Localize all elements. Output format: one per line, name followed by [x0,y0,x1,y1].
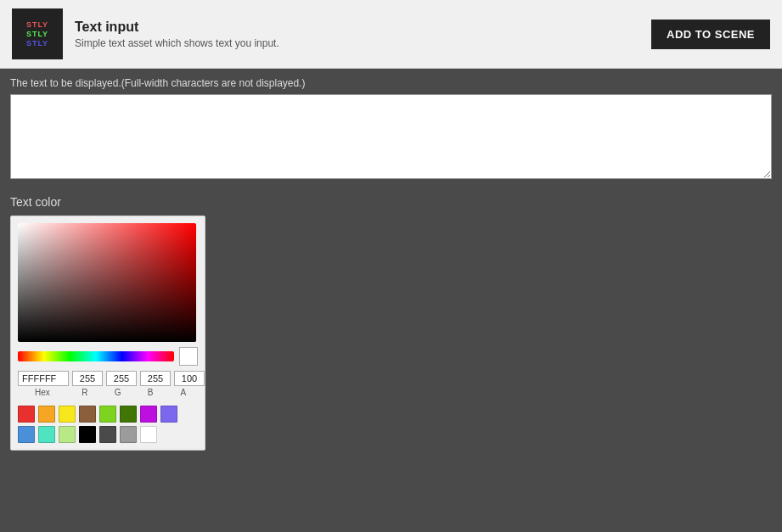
preset-swatch[interactable] [140,426,157,443]
preset-swatch[interactable] [79,426,96,443]
preset-swatch[interactable] [99,426,116,443]
preset-swatch[interactable] [18,406,35,423]
b-label: B [136,388,166,397]
g-label: G [103,388,132,397]
channel-labels: Hex R G B A [18,388,198,397]
b-input[interactable] [140,371,171,386]
preset-swatch[interactable] [120,426,137,443]
asset-info: Text input Simple text asset which shows… [75,20,279,49]
hue-bar-row [18,347,198,366]
preset-colors [18,406,198,443]
g-input[interactable] [106,371,137,386]
color-gradient-box[interactable] [18,223,196,342]
asset-icon: STLY STLY STLY [12,8,63,59]
r-label: R [70,388,100,397]
r-input[interactable] [72,371,103,386]
hex-input[interactable] [18,371,69,386]
icon-line-1: STLY [26,20,48,29]
text-color-label: Text color [10,195,772,209]
a-label: A [168,388,198,397]
asset-desc: Simple text asset which shows text you i… [75,37,279,49]
color-values-row [18,371,198,386]
text-input-field[interactable] [10,94,772,179]
preset-swatch[interactable] [18,426,35,443]
preset-row-1 [18,406,198,423]
asset-title: Text input [75,20,279,35]
preset-swatch[interactable] [59,406,76,423]
gradient-dark [18,223,196,342]
preset-swatch[interactable] [99,406,116,423]
content-area: The text to be displayed.(Full-width cha… [0,69,782,459]
header-left: STLY STLY STLY Text input Simple text as… [12,8,279,59]
preset-swatch[interactable] [160,406,177,423]
preset-swatch[interactable] [38,406,55,423]
preset-row-2 [18,426,198,443]
icon-line-2: STLY [26,30,48,38]
text-input-section: The text to be displayed.(Full-width cha… [10,77,772,182]
a-input[interactable] [174,371,205,386]
header-panel: STLY STLY STLY Text input Simple text as… [0,0,782,69]
text-section-label: The text to be displayed.(Full-width cha… [10,77,772,89]
preset-swatch[interactable] [79,406,96,423]
color-picker-panel: Hex R G B A [10,216,205,451]
color-swatch-preview[interactable] [179,347,198,366]
preset-swatch[interactable] [59,426,76,443]
preset-swatch[interactable] [120,406,137,423]
hue-bar[interactable] [18,351,174,361]
hex-label: Hex [18,388,67,397]
preset-swatch[interactable] [38,426,55,443]
preset-swatch[interactable] [140,406,157,423]
icon-line-3: STLY [26,39,48,48]
text-color-section: Text color Hex R [10,195,772,451]
add-to-scene-button[interactable]: ADD TO SCENE [651,20,770,49]
